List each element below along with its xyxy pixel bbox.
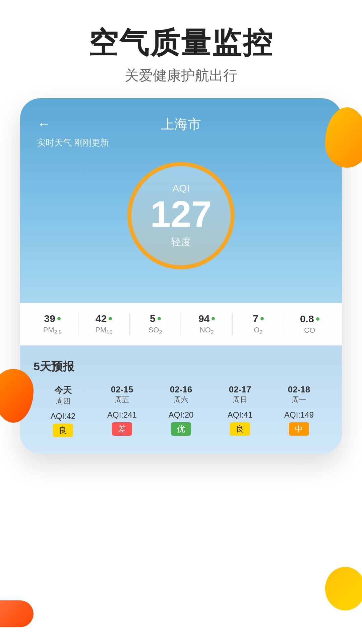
forecast-day-today-sub: 周四 [56, 396, 70, 406]
forecast-day-0215-main: 02-15 [111, 384, 133, 395]
back-button[interactable]: ← [37, 116, 51, 132]
decorative-blob-bottom-right [325, 567, 362, 610]
metric-pm25-dot [57, 317, 61, 320]
forecast-day-0217-main: 02-17 [229, 384, 251, 395]
forecast-day-today-badge: 良 [53, 424, 73, 437]
weather-status: 实时天气 刚刚更新 [37, 137, 325, 149]
metric-so2-name: SO2 [148, 326, 162, 335]
forecast-day-today: 今天 周四 AQI:42 良 [34, 384, 93, 437]
forecast-day-0216-main: 02-16 [170, 384, 192, 395]
forecast-day-0215-badge: 差 [112, 422, 132, 436]
forecast-day-0216-aqi: AQI:20 [169, 410, 194, 420]
metric-pm10-dot [109, 317, 112, 320]
forecast-row: 今天 周四 AQI:42 良 02-15 周五 AQI:241 差 02-16 … [34, 384, 328, 437]
metric-o2: 7 O2 [232, 313, 284, 335]
metric-pm10: 42 PM10 [78, 313, 130, 335]
forecast-day-0218-sub: 周一 [292, 395, 306, 405]
metric-co-value: 0.8 [300, 313, 314, 325]
forecast-section: 5天预报 今天 周四 AQI:42 良 02-15 周五 AQI:241 差 0… [20, 345, 342, 454]
forecast-day-0216-badge: 优 [171, 422, 191, 436]
forecast-day-0218: 02-18 周一 AQI:149 中 [269, 384, 328, 437]
metric-co: 0.8 CO [284, 313, 336, 335]
metric-pm10-value: 42 [96, 313, 107, 324]
forecast-day-0218-badge: 中 [289, 422, 309, 436]
aqi-circle-container: AQI 127 轻度 [37, 162, 325, 269]
metric-pm25-value: 39 [44, 313, 55, 324]
city-name: 上海市 [161, 115, 201, 133]
forecast-title: 5天预报 [34, 359, 328, 374]
metrics-strip: 39 PM2.5 42 PM10 5 SO2 [20, 303, 342, 345]
metric-o2-dot [260, 317, 264, 320]
forecast-day-0215-sub: 周五 [115, 395, 129, 405]
metric-pm25: 39 PM2.5 [27, 313, 78, 335]
metric-pm10-name: PM10 [95, 326, 112, 335]
metric-no2-value: 94 [198, 313, 209, 324]
forecast-day-0217-aqi: AQI:41 [228, 410, 253, 420]
metric-so2-value: 5 [150, 313, 156, 324]
metric-co-dot [316, 317, 319, 321]
decorative-blob-bottom-left2 [0, 600, 34, 627]
forecast-day-0217-sub: 周日 [233, 395, 247, 405]
app-screen: ← 上海市 实时天气 刚刚更新 AQI 127 轻度 39 PM2.5 [20, 98, 342, 454]
page-header: 空气质量监控 关爱健康护航出行 [0, 0, 362, 98]
page-title: 空气质量监控 [0, 27, 362, 59]
aqi-value: 127 [150, 196, 212, 232]
metric-pm25-name: PM2.5 [43, 326, 62, 335]
forecast-day-0215-aqi: AQI:241 [107, 410, 137, 420]
page-subtitle: 关爱健康护航出行 [0, 66, 362, 85]
app-header: ← 上海市 实时天气 刚刚更新 AQI 127 轻度 [20, 98, 342, 303]
forecast-day-0216-sub: 周六 [174, 395, 188, 405]
metric-o2-name: O2 [254, 326, 262, 335]
forecast-day-today-aqi: AQI:42 [51, 412, 76, 421]
metric-no2-name: NO2 [200, 326, 214, 335]
metric-co-name: CO [304, 326, 315, 335]
forecast-day-0217: 02-17 周日 AQI:41 良 [210, 384, 269, 437]
forecast-day-today-main: 今天 [54, 384, 72, 396]
forecast-day-0217-badge: 良 [230, 422, 250, 436]
phone-card: ← 上海市 实时天气 刚刚更新 AQI 127 轻度 39 PM2.5 [20, 98, 342, 454]
metric-so2-dot [158, 317, 161, 320]
forecast-day-0218-aqi: AQI:149 [284, 410, 314, 420]
metric-so2: 5 SO2 [129, 313, 181, 335]
metric-o2-value: 7 [253, 313, 258, 324]
forecast-day-0215: 02-15 周五 AQI:241 差 [93, 384, 152, 437]
metric-no2: 94 NO2 [181, 313, 233, 335]
aqi-label: AQI [172, 182, 190, 194]
nav-row: ← 上海市 [37, 115, 325, 133]
metric-no2-dot [212, 317, 215, 320]
forecast-day-0216: 02-16 周六 AQI:20 优 [152, 384, 210, 437]
aqi-description: 轻度 [171, 235, 191, 249]
forecast-day-0218-main: 02-18 [288, 384, 310, 395]
aqi-circle: AQI 127 轻度 [127, 162, 235, 269]
